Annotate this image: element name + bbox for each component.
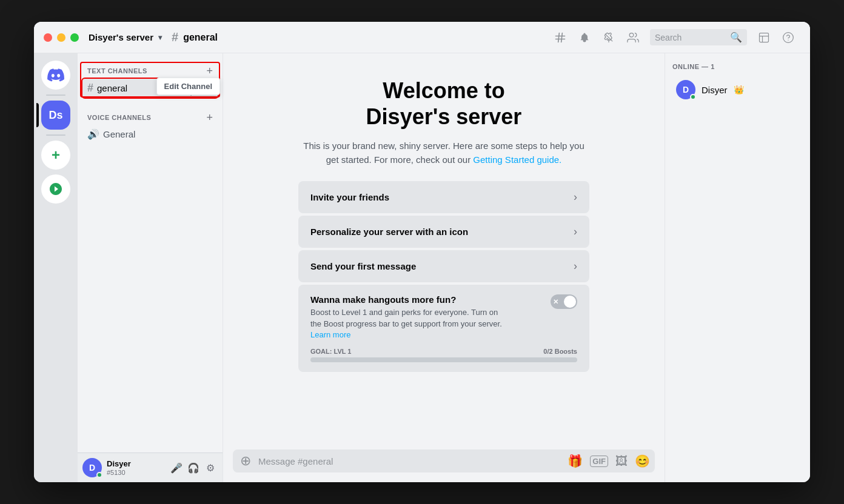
boost-progress-labels: GOAL: LVL 1 0/2 Boosts bbox=[310, 348, 577, 355]
minimize-button[interactable] bbox=[57, 33, 65, 42]
boost-toggle[interactable]: ✕ bbox=[551, 294, 577, 309]
message-add-button[interactable]: ⊕ bbox=[238, 449, 253, 472]
send-message-arrow-icon: › bbox=[574, 260, 577, 273]
member-avatar-text: D bbox=[683, 85, 689, 94]
user-avatar-text: D bbox=[89, 463, 95, 472]
channel-hash-icon: # bbox=[172, 30, 178, 44]
user-info: Disyer #5130 bbox=[107, 459, 164, 476]
main-layout: Ds + Text Channels + # general bbox=[34, 53, 810, 482]
bell-icon[interactable] bbox=[577, 30, 592, 45]
general-channel-wrapper: # general 👤+ ⚙ Edit Channel bbox=[82, 79, 218, 98]
search-bar[interactable]: Search 🔍 bbox=[650, 29, 747, 45]
search-placeholder: Search bbox=[655, 33, 725, 42]
member-avatar: D bbox=[676, 80, 695, 99]
boost-card-content: Wanna make hangouts more fun? Boost to L… bbox=[310, 294, 504, 340]
window-controls bbox=[44, 33, 79, 42]
message-input-area: ⊕ 🎁 GIF 🖼 😊 bbox=[233, 449, 655, 472]
channel-header: # general bbox=[162, 30, 553, 44]
titlebar: Disyer's server ▾ # general Search 🔍 bbox=[34, 22, 810, 53]
invite-arrow-icon: › bbox=[574, 191, 577, 204]
app-window: Disyer's server ▾ # general Search 🔍 bbox=[34, 22, 810, 482]
online-dot bbox=[96, 472, 102, 478]
search-icon: 🔍 bbox=[730, 31, 742, 43]
learn-more-link[interactable]: Learn more bbox=[310, 330, 350, 339]
user-name: Disyer bbox=[107, 459, 164, 469]
emoji-icon[interactable]: 😊 bbox=[635, 454, 650, 468]
hashtag-icon[interactable] bbox=[553, 30, 568, 45]
user-bar: D Disyer #5130 🎤 🎧 ⚙ bbox=[78, 453, 223, 482]
boost-progress-bar-bg bbox=[310, 357, 577, 362]
close-button[interactable] bbox=[44, 33, 52, 42]
voice-channels-header[interactable]: Voice Channels + bbox=[82, 110, 218, 125]
boost-card-header: Wanna make hangouts more fun? Boost to L… bbox=[310, 294, 577, 340]
svg-point-1 bbox=[783, 32, 794, 42]
welcome-subtitle: This is your brand new, shiny server. He… bbox=[298, 139, 589, 167]
user-avatar: D bbox=[82, 458, 102, 477]
server-divider bbox=[46, 94, 65, 96]
active-server-indicator bbox=[36, 103, 39, 127]
server-name-bar[interactable]: Disyer's server ▾ bbox=[89, 32, 162, 42]
text-channels-header[interactable]: Text Channels + bbox=[82, 63, 218, 79]
send-message-card[interactable]: Send your first message › bbox=[298, 250, 589, 282]
getting-started-link[interactable]: Getting Started guide. bbox=[473, 154, 561, 165]
member-name: Disyer bbox=[702, 85, 728, 95]
online-header: ONLINE — 1 bbox=[672, 63, 803, 70]
action-cards: Invite your friends › Personalize your s… bbox=[298, 181, 589, 282]
edit-channel-popup[interactable]: Edit Channel bbox=[156, 78, 220, 95]
header-icons: Search 🔍 bbox=[553, 29, 795, 45]
maximize-button[interactable] bbox=[70, 33, 79, 42]
member-item[interactable]: D Disyer 👑 bbox=[672, 78, 803, 102]
text-channels-label: Text Channels bbox=[87, 67, 147, 75]
inbox-icon[interactable] bbox=[757, 30, 771, 45]
crown-icon: 👑 bbox=[734, 85, 744, 94]
server-name-label: Disyer's server bbox=[89, 32, 153, 42]
mute-button[interactable]: 🎤 bbox=[169, 460, 184, 475]
voice-channels-section: Voice Channels + 🔊 General bbox=[78, 100, 223, 145]
boost-card: Wanna make hangouts more fun? Boost to L… bbox=[298, 285, 589, 372]
boost-card-desc: Boost to Level 1 and gain perks for ever… bbox=[310, 307, 504, 340]
ds-server-label: Ds bbox=[49, 109, 62, 122]
boost-card-title: Wanna make hangouts more fun? bbox=[310, 294, 504, 305]
content-area: Welcome toDisyer's server This is your b… bbox=[223, 53, 665, 445]
invite-friends-card[interactable]: Invite your friends › bbox=[298, 181, 589, 213]
user-tag: #5130 bbox=[107, 469, 164, 476]
ds-server-button[interactable]: Ds bbox=[41, 101, 70, 130]
send-message-label: Send your first message bbox=[310, 261, 416, 271]
channel-sidebar: Text Channels + # general 👤+ ⚙ Edit Chan bbox=[78, 53, 223, 482]
boost-progress: GOAL: LVL 1 0/2 Boosts bbox=[310, 348, 577, 362]
personalize-arrow-icon: › bbox=[574, 225, 577, 238]
gift-icon[interactable]: 🎁 bbox=[568, 454, 583, 468]
message-icons: 🎁 GIF 🖼 😊 bbox=[568, 454, 650, 468]
server-divider-2 bbox=[46, 134, 65, 136]
pin-icon[interactable] bbox=[601, 30, 616, 45]
add-text-channel-icon[interactable]: + bbox=[206, 65, 213, 76]
invite-friends-label: Invite your friends bbox=[310, 192, 389, 202]
user-controls: 🎤 🎧 ⚙ bbox=[169, 460, 218, 475]
channel-hash-icon: # bbox=[87, 82, 93, 94]
gif-icon[interactable]: GIF bbox=[590, 456, 608, 467]
explore-button[interactable] bbox=[41, 174, 70, 204]
personalize-server-label: Personalize your server with an icon bbox=[310, 227, 468, 237]
welcome-title: Welcome toDisyer's server bbox=[366, 78, 522, 130]
personalize-server-card[interactable]: Personalize your server with an icon › bbox=[298, 216, 589, 248]
general-voice-channel-item[interactable]: 🔊 General bbox=[82, 125, 218, 143]
main-content: Welcome toDisyer's server This is your b… bbox=[223, 53, 665, 482]
message-input[interactable] bbox=[258, 450, 563, 472]
channel-name-header: general bbox=[183, 32, 218, 43]
speaker-icon: 🔊 bbox=[87, 128, 99, 140]
toggle-knob bbox=[564, 296, 576, 308]
add-server-button[interactable]: + bbox=[41, 141, 70, 170]
members-icon[interactable] bbox=[626, 30, 640, 45]
help-icon[interactable] bbox=[781, 30, 795, 45]
add-voice-channel-icon[interactable]: + bbox=[206, 112, 213, 123]
right-sidebar: ONLINE — 1 D Disyer 👑 bbox=[665, 53, 810, 482]
svg-rect-0 bbox=[760, 33, 769, 42]
text-channels-section: Text Channels + # general 👤+ ⚙ Edit Chan bbox=[78, 53, 223, 100]
boost-goal-label: GOAL: LVL 1 bbox=[310, 348, 351, 355]
sticker-icon[interactable]: 🖼 bbox=[615, 454, 628, 468]
deafen-button[interactable]: 🎧 bbox=[186, 460, 201, 475]
x-icon: ✕ bbox=[553, 298, 558, 306]
boost-count-label: 0/2 Boosts bbox=[543, 348, 577, 355]
discord-home-button[interactable] bbox=[41, 61, 70, 90]
user-settings-button[interactable]: ⚙ bbox=[203, 460, 218, 475]
